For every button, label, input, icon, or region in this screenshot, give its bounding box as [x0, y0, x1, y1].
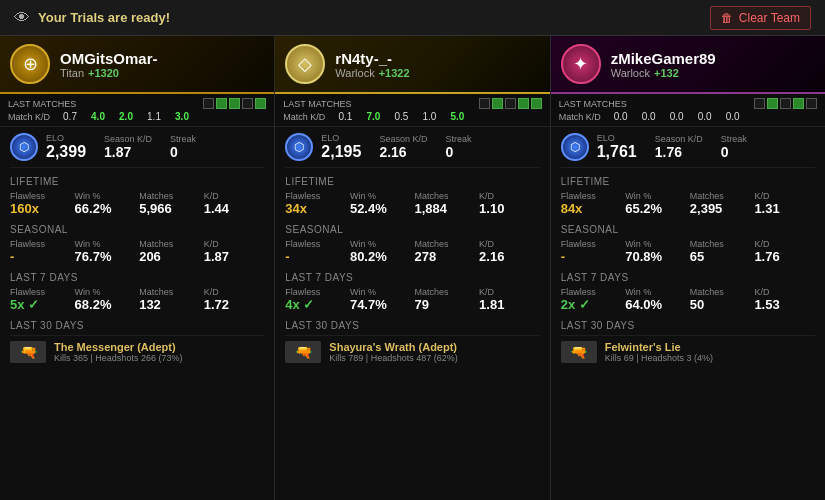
match-square: [229, 98, 240, 109]
match-square: [479, 98, 490, 109]
kd-label2: K/D: [204, 239, 265, 249]
lifetime-section-title: Lifetime: [285, 176, 539, 187]
match-square: [505, 98, 516, 109]
elo-icon: ⬡: [285, 133, 313, 161]
last30-section-title: Last 30 Days: [285, 320, 539, 331]
matches-label2: Matches: [139, 239, 200, 249]
win-pct-label: Win %: [625, 191, 686, 201]
stats-area: ⬡ ELO 2,195 Season K/D 2.16 Streak 0 Lif…: [275, 127, 549, 500]
win-pct-label: Win %: [350, 191, 411, 201]
match-kd-row: Match K/D 0.17.00.51.05.0: [283, 111, 541, 122]
match-square: [793, 98, 804, 109]
last7-matches-cell: Matches 79: [414, 287, 475, 312]
last7-kd-cell: K/D 1.53: [754, 287, 815, 312]
match-history: Last Matches Match K/D 0.17.00.51.05.0: [275, 94, 549, 127]
trash-icon: 🗑: [721, 11, 733, 25]
win-pct-label3: Win %: [350, 287, 411, 297]
player-class: Warlock +132: [611, 67, 716, 79]
seasonal-matches-cell: Matches 278: [414, 239, 475, 264]
match-kd-label: Match K/D: [8, 112, 50, 122]
kd-label3: K/D: [754, 287, 815, 297]
weapon-icon: 🔫: [285, 341, 321, 363]
eye-icon: 👁: [14, 9, 30, 27]
last7-flawless-cell: Flawless 5x ✓: [10, 287, 71, 312]
weapon-row: 🔫 Felwinter's Lie Kills 69 | Headshots 3…: [561, 335, 815, 368]
lifetime-kd-cell: K/D 1.44: [204, 191, 265, 216]
player-header: ◇ rN4ty-_- Warlock +1322: [275, 36, 549, 94]
player-col-1: ◇ rN4ty-_- Warlock +1322 Last Matches Ma…: [275, 36, 550, 500]
lifetime-flawless-cell: Flawless 160x: [10, 191, 71, 216]
match-history: Last Matches Match K/D 0.74.02.01.13.0: [0, 94, 274, 127]
season-kd-block: Season K/D 1.76: [655, 134, 703, 160]
seasonal-win-cell: Win % 76.7%: [75, 239, 136, 264]
lifetime-flawless-value: 34x: [285, 201, 346, 216]
match-kd-value: 0.7: [58, 111, 82, 122]
header-title: Your Trials are ready!: [38, 10, 170, 25]
player-col-2: ✦ zMikeGamer89 Warlock +132 Last Matches…: [551, 36, 825, 500]
match-square: [216, 98, 227, 109]
streak-value: 0: [170, 144, 196, 160]
last7-stats: Flawless 2x ✓ Win % 64.0% Matches 50 K/D…: [561, 287, 815, 312]
player-header: ⊕ OMGitsOmar- Titan +1320: [0, 36, 274, 94]
seasonal-section-title: Seasonal: [285, 224, 539, 235]
match-history: Last Matches Match K/D 0.00.00.00.00.0: [551, 94, 825, 127]
lifetime-flawless-value: 84x: [561, 201, 622, 216]
seasonal-kd-cell: K/D 1.87: [204, 239, 265, 264]
season-kd-label: Season K/D: [655, 134, 703, 144]
lifetime-flawless-cell: Flawless 84x: [561, 191, 622, 216]
matches-label: Matches: [690, 191, 751, 201]
flawless-label3: Flawless: [10, 287, 71, 297]
win-pct-label3: Win %: [75, 287, 136, 297]
seasonal-stats: Flawless - Win % 76.7% Matches 206 K/D 1…: [10, 239, 264, 264]
match-kd-label: Match K/D: [559, 112, 601, 122]
clear-team-button[interactable]: 🗑 Clear Team: [710, 6, 811, 30]
lifetime-kd-cell: K/D 1.31: [754, 191, 815, 216]
weapon-info: Shayura's Wrath (Adept) Kills 789 | Head…: [329, 341, 457, 363]
seasonal-kd-value: 1.76: [754, 249, 815, 264]
seasonal-flawless-cell: Flawless -: [561, 239, 622, 264]
flawless-label: Flawless: [561, 191, 622, 201]
season-kd-label: Season K/D: [379, 134, 427, 144]
matches-label: Matches: [414, 191, 475, 201]
kd-label3: K/D: [479, 287, 540, 297]
match-square: [780, 98, 791, 109]
seasonal-flawless-value: -: [10, 249, 71, 264]
seasonal-flawless-cell: Flawless -: [285, 239, 346, 264]
last7-kd-cell: K/D 1.81: [479, 287, 540, 312]
player-name: zMikeGamer89: [611, 50, 716, 67]
seasonal-win-value: 76.7%: [75, 249, 136, 264]
lifetime-win-cell: Win % 65.2%: [625, 191, 686, 216]
last7-flawless-cell: Flawless 2x ✓: [561, 287, 622, 312]
match-kd-value: 4.0: [86, 111, 110, 122]
match-square: [492, 98, 503, 109]
elo-block: ELO 2,399: [46, 133, 86, 161]
elo-block: ELO 1,761: [597, 133, 637, 161]
player-class: Warlock +1322: [335, 67, 409, 79]
player-header: ✦ zMikeGamer89 Warlock +132: [551, 36, 825, 94]
win-pct-label2: Win %: [75, 239, 136, 249]
season-kd-block: Season K/D 1.87: [104, 134, 152, 160]
match-history-header: Last Matches: [559, 98, 817, 109]
players-container: ⊕ OMGitsOmar- Titan +1320 Last Matches M…: [0, 36, 825, 500]
player-class: Titan +1320: [60, 67, 158, 79]
player-icon: ◇: [285, 44, 325, 84]
elo-row: ⬡ ELO 2,399 Season K/D 1.87 Streak 0: [10, 133, 264, 168]
match-square: [518, 98, 529, 109]
last7-matches-value: 79: [414, 297, 475, 312]
streak-label: Streak: [170, 134, 196, 144]
last-matches-label: Last Matches: [8, 99, 76, 109]
match-kd-value: 1.0: [417, 111, 441, 122]
last7-matches-cell: Matches 132: [139, 287, 200, 312]
weapon-stats: Kills 365 | Headshots 266 (73%): [54, 353, 182, 363]
last7-section-title: Last 7 Days: [10, 272, 264, 283]
elo-label: ELO: [597, 133, 637, 143]
last7-kd-value: 1.53: [754, 297, 815, 312]
match-kd-value: 2.0: [114, 111, 138, 122]
streak-label: Streak: [721, 134, 747, 144]
matches-label3: Matches: [690, 287, 751, 297]
last7-kd-value: 1.81: [479, 297, 540, 312]
kd-label2: K/D: [754, 239, 815, 249]
flawless-label: Flawless: [285, 191, 346, 201]
lifetime-win-value: 65.2%: [625, 201, 686, 216]
seasonal-flawless-cell: Flawless -: [10, 239, 71, 264]
